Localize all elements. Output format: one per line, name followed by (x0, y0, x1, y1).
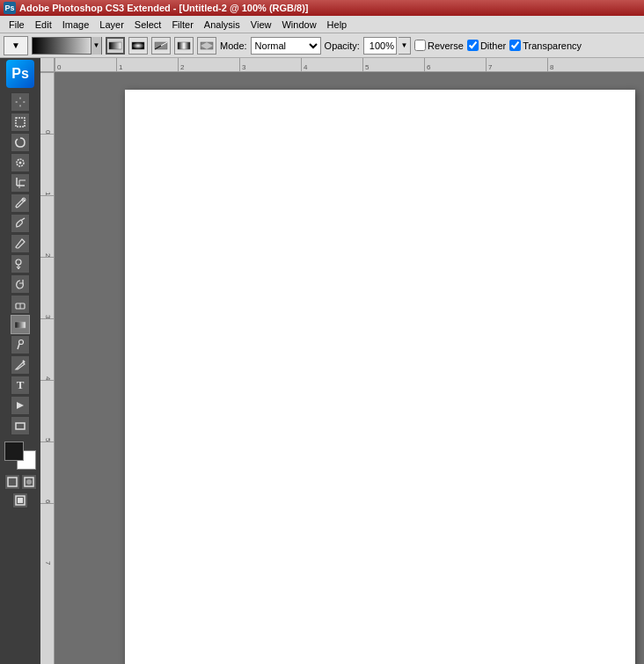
transparency-label: Transparency (523, 40, 582, 51)
marquee-tool[interactable] (11, 113, 30, 132)
quick-select-tool[interactable] (11, 153, 30, 172)
gradient-preview[interactable]: ▼ (32, 37, 102, 55)
screen-mode-btn[interactable] (12, 493, 28, 508)
opacity-dropdown-arrow[interactable]: ▼ (399, 37, 411, 55)
gradient-tool[interactable] (11, 315, 30, 334)
ruler-h-ticks: 0 1 2 3 4 5 6 7 8 (55, 58, 644, 71)
htick-3: 3 (239, 58, 301, 71)
htick-5: 5 (362, 58, 424, 71)
brush-tool[interactable] (11, 234, 30, 253)
crop-tool[interactable] (11, 173, 30, 193)
ps-app-icon: Ps (4, 2, 16, 14)
menu-filter[interactable]: Filter (166, 18, 198, 32)
reverse-label: Reverse (428, 40, 464, 51)
healing-tool[interactable] (11, 214, 30, 233)
gradient-angle-btn[interactable] (151, 37, 171, 55)
dodge-tool[interactable] (11, 335, 30, 354)
canvas-scroll[interactable] (55, 72, 644, 664)
vtick-7: 7 (40, 503, 54, 565)
svg-rect-23 (8, 478, 17, 486)
menu-analysis[interactable]: Analysis (199, 18, 245, 32)
svg-rect-27 (18, 498, 23, 503)
eyedropper-tool[interactable] (11, 193, 30, 213)
svg-point-10 (19, 162, 22, 164)
htick-7: 7 (486, 58, 547, 71)
vtick-6: 6 (40, 441, 54, 503)
svg-rect-22 (16, 423, 25, 429)
svg-rect-8 (16, 118, 25, 127)
screen-mode-buttons (12, 493, 28, 508)
reverse-group: Reverse (414, 40, 464, 51)
opacity-label: Opacity: (325, 40, 360, 51)
toolbox: Ps (0, 58, 40, 664)
lasso-tool[interactable] (11, 133, 30, 152)
color-swatches (3, 440, 38, 471)
svg-line-16 (22, 218, 25, 220)
menu-image[interactable]: Image (57, 18, 95, 32)
document-canvas[interactable] (125, 90, 635, 664)
menu-bar: File Edit Image Layer Select Filter Anal… (0, 16, 644, 33)
transparency-group: Transparency (509, 40, 582, 51)
gradient-reflected-btn[interactable] (174, 37, 194, 55)
ruler-v-ticks: 0 1 2 3 4 5 6 7 (40, 72, 54, 664)
gradient-linear-btn[interactable] (106, 37, 125, 55)
title-bar: Ps Adobe Photoshop CS3 Extended - [Untit… (0, 0, 644, 16)
svg-rect-1 (132, 42, 144, 49)
vtick-0: 0 (40, 72, 54, 134)
svg-point-25 (26, 479, 32, 485)
vtick-1: 1 (40, 134, 54, 195)
path-select-tool[interactable] (11, 396, 30, 415)
history-brush-tool[interactable] (11, 274, 30, 294)
htick-8: 8 (547, 58, 609, 71)
ruler-horizontal: 0 1 2 3 4 5 6 7 8 (40, 58, 644, 72)
menu-view[interactable]: View (245, 18, 277, 32)
svg-rect-20 (15, 322, 26, 328)
vtick-5: 5 (40, 380, 54, 441)
main-area: Ps (0, 58, 644, 664)
vtick-2: 2 (40, 195, 54, 257)
menu-window[interactable]: Window (276, 18, 321, 32)
options-bar: ▼ ▼ Mode: Normal Dissolve Multiply Scree… (0, 33, 644, 58)
svg-rect-5 (178, 42, 190, 49)
htick-4: 4 (301, 58, 362, 71)
svg-point-21 (19, 340, 24, 345)
mode-select[interactable]: Normal Dissolve Multiply Screen Overlay (251, 37, 321, 55)
title-text: Adobe Photoshop CS3 Extended - [Untitled… (19, 3, 309, 13)
svg-rect-0 (109, 42, 121, 49)
htick-2: 2 (178, 58, 239, 71)
eraser-tool[interactable] (11, 295, 30, 314)
mode-buttons (4, 474, 37, 490)
svg-point-17 (16, 259, 21, 265)
foreground-color-swatch[interactable] (4, 441, 24, 461)
standard-mode-btn[interactable] (4, 474, 20, 490)
move-tool[interactable] (11, 92, 30, 112)
dither-checkbox[interactable] (467, 40, 479, 51)
gradient-radial-btn[interactable] (128, 37, 148, 55)
ruler-corner (40, 58, 55, 72)
shape-tool[interactable] (11, 416, 30, 435)
dither-label: Dither (480, 40, 506, 51)
menu-file[interactable]: File (4, 18, 30, 32)
reverse-checkbox[interactable] (414, 40, 426, 51)
mode-label: Mode: (220, 40, 247, 51)
menu-edit[interactable]: Edit (30, 18, 57, 32)
canvas-area: 0 1 2 3 4 5 6 7 8 0 1 2 3 4 5 (40, 58, 644, 664)
htick-0: 0 (55, 58, 116, 71)
tool-preset-picker[interactable]: ▼ (4, 36, 28, 55)
htick-6: 6 (424, 58, 486, 71)
text-tool[interactable]: T (11, 376, 30, 395)
ruler-vertical: 0 1 2 3 4 5 6 7 (40, 72, 55, 664)
transparency-checkbox[interactable] (509, 40, 521, 51)
menu-help[interactable]: Help (322, 18, 353, 32)
vtick-3: 3 (40, 257, 54, 318)
ps-logo: Ps (6, 60, 34, 88)
opacity-input[interactable] (363, 37, 397, 55)
quick-mask-btn[interactable] (21, 474, 37, 490)
menu-layer[interactable]: Layer (94, 18, 129, 32)
pen-tool[interactable] (11, 355, 30, 375)
clone-stamp-tool[interactable] (11, 254, 30, 274)
menu-select[interactable]: Select (129, 18, 167, 32)
gradient-dropdown-arrow[interactable]: ▼ (91, 37, 101, 55)
gradient-diamond-btn[interactable] (197, 37, 216, 55)
dither-group: Dither (467, 40, 506, 51)
